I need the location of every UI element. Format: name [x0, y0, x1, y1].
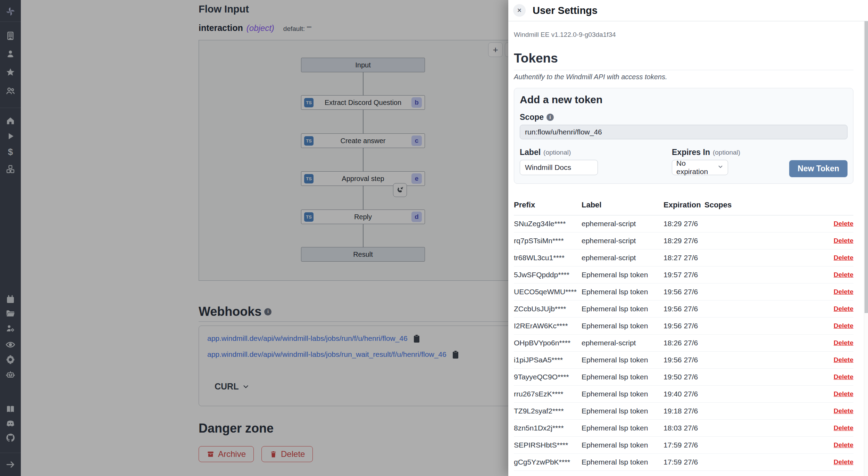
token-expiration: 19:18 27/6 [663, 407, 704, 415]
token-row: SEPIRSHbtS****Ephemeral lsp token17:59 2… [514, 437, 853, 454]
token-label: Ephemeral lsp token [582, 322, 663, 330]
token-expiration: 18:03 27/6 [663, 424, 704, 432]
token-expiration: 18:29 27/6 [663, 220, 704, 228]
token-expiration: 19:56 27/6 [663, 322, 704, 330]
token-label: ephemeral-script [582, 220, 663, 228]
token-label: Ephemeral lsp token [582, 305, 663, 313]
token-row: rq7pSTsiMn****ephemeral-script18:29 27/6… [514, 232, 853, 249]
token-expiration: 19:50 27/6 [663, 373, 704, 381]
version-text: Windmill EE v1.122.0-9-g03da1f34 [514, 31, 853, 39]
token-row: SNuZeg34le****ephemeral-script18:29 27/6… [514, 215, 853, 232]
token-row: gCg5YzwPbK****Ephemeral lsp token17:59 2… [514, 454, 853, 471]
token-label: ephemeral-script [582, 254, 663, 262]
col-prefix: Prefix [514, 200, 582, 210]
token-expiration: 19:56 27/6 [663, 288, 704, 296]
screen: $ [0, 0, 868, 476]
delete-token-link[interactable]: Delete [834, 339, 853, 347]
token-row: I2RErAW6Kc****Ephemeral lsp token19:56 2… [514, 318, 853, 335]
add-token-card: Add a new token Scope i Label (optional) [514, 88, 853, 184]
token-label: Ephemeral lsp token [582, 390, 663, 398]
token-label: Ephemeral lsp token [582, 356, 663, 364]
token-row: rru267sEzK****Ephemeral lsp token19:40 2… [514, 386, 853, 403]
scope-input[interactable] [520, 125, 848, 139]
token-prefix: ZCcbUsJUjb**** [514, 305, 582, 313]
optional-hint: (optional) [713, 149, 740, 156]
scrollbar-thumb[interactable] [865, 21, 868, 313]
token-prefix: i1piJPSaA5**** [514, 356, 582, 364]
delete-token-link[interactable]: Delete [834, 288, 853, 296]
delete-token-link[interactable]: Delete [834, 424, 853, 432]
token-row: OHpBVYpo6n****ephemeral-script18:26 27/6… [514, 335, 853, 352]
label-field-block: Label (optional) [520, 148, 672, 175]
token-prefix: TZ9L2syaf2**** [514, 407, 582, 415]
tokens-table-header: Prefix Label Expiration Scopes [514, 200, 853, 215]
token-prefix: I2RErAW6Kc**** [514, 322, 582, 330]
scope-label-row: Scope i [520, 113, 848, 122]
expires-field-label: Expires In [672, 148, 710, 157]
token-row: UECO5qeWMU****Ephemeral lsp token19:56 2… [514, 284, 853, 301]
token-label: ephemeral-script [582, 339, 663, 347]
token-prefix: UECO5qeWMU**** [514, 288, 582, 296]
drawer-scrollbar[interactable] [864, 21, 868, 476]
token-row: QsXY51ZvOU****session08:55 29/6Delete [514, 471, 853, 476]
drawer-body: Windmill EE v1.122.0-9-g03da1f34 Tokens … [508, 21, 864, 476]
token-prefix: rq7pSTsiMn**** [514, 237, 582, 245]
token-row: i1piJPSaA5****Ephemeral lsp token19:56 2… [514, 352, 853, 369]
drawer-overlay[interactable] [0, 0, 508, 476]
drawer-title: User Settings [533, 5, 598, 16]
drawer-header: × User Settings [508, 0, 868, 21]
delete-token-link[interactable]: Delete [834, 373, 853, 381]
delete-token-link[interactable]: Delete [834, 220, 853, 228]
token-prefix: SEPIRSHbtS**** [514, 441, 582, 449]
delete-token-link[interactable]: Delete [834, 458, 853, 466]
delete-token-link[interactable]: Delete [834, 441, 853, 449]
tokens-subtitle: Authentify to the Windmill API with acce… [514, 73, 853, 81]
token-label: ephemeral-script [582, 237, 663, 245]
optional-hint: (optional) [543, 149, 571, 156]
token-prefix: rru267sEzK**** [514, 390, 582, 398]
delete-token-link[interactable]: Delete [834, 305, 853, 313]
delete-token-link[interactable]: Delete [834, 407, 853, 415]
delete-token-link[interactable]: Delete [834, 237, 853, 245]
chevron-down-icon [715, 163, 724, 172]
token-expiration: 18:29 27/6 [663, 237, 704, 245]
expires-selected-value: No expiration [676, 159, 715, 176]
token-label-input[interactable] [520, 160, 598, 175]
add-token-heading: Add a new token [520, 94, 848, 106]
token-prefix: 8zn5n1Dx2j**** [514, 424, 582, 432]
token-row: 8zn5n1Dx2j****Ephemeral lsp token18:03 2… [514, 420, 853, 437]
delete-token-link[interactable]: Delete [834, 254, 853, 262]
delete-token-link[interactable]: Delete [834, 356, 853, 364]
token-expiration: 18:26 27/6 [663, 339, 704, 347]
tokens-table: Prefix Label Expiration Scopes SNuZeg34l… [514, 200, 853, 476]
delete-token-link[interactable]: Delete [834, 322, 853, 330]
tokens-table-rows: SNuZeg34le****ephemeral-script18:29 27/6… [514, 215, 853, 476]
token-expiration: 19:56 27/6 [663, 305, 704, 313]
expires-select[interactable]: No expiration [672, 160, 728, 175]
token-expiration: 17:59 27/6 [663, 441, 704, 449]
token-row: 5JwSFQpddp****Ephemeral lsp token19:57 2… [514, 266, 853, 284]
scope-label: Scope [520, 113, 544, 122]
token-row: ZCcbUsJUjb****Ephemeral lsp token19:56 2… [514, 301, 853, 318]
info-icon[interactable]: i [546, 114, 554, 121]
col-expiration: Expiration [663, 200, 704, 210]
token-label: Ephemeral lsp token [582, 288, 663, 296]
token-fields-row: Label (optional) Expires In (optional) N… [520, 148, 848, 177]
token-prefix: 5JwSFQpddp**** [514, 271, 582, 279]
delete-token-link[interactable]: Delete [834, 271, 853, 279]
token-row: TZ9L2syaf2****Ephemeral lsp token19:18 2… [514, 403, 853, 420]
delete-token-link[interactable]: Delete [834, 390, 853, 398]
token-row: 9TayyeQC9O****Ephemeral lsp token19:50 2… [514, 369, 853, 386]
token-row: tr68WL3cu1****ephemeral-script18:27 27/6… [514, 249, 853, 266]
close-icon[interactable]: × [513, 4, 526, 17]
new-token-button[interactable]: New Token [789, 160, 848, 177]
token-label: Ephemeral lsp token [582, 441, 663, 449]
expires-field-block: Expires In (optional) No expiration [672, 148, 740, 175]
token-expiration: 17:59 27/6 [663, 458, 704, 466]
token-label: Ephemeral lsp token [582, 458, 663, 466]
label-field-label: Label [520, 148, 541, 157]
tokens-heading: Tokens [514, 51, 853, 70]
token-label: Ephemeral lsp token [582, 373, 663, 381]
token-label: Ephemeral lsp token [582, 271, 663, 279]
token-expiration: 19:56 27/6 [663, 356, 704, 364]
